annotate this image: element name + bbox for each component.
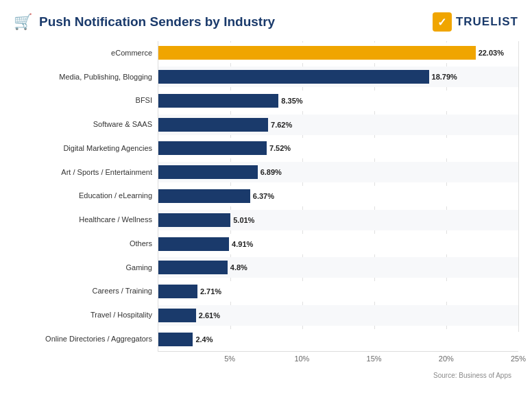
bar-value-label: 18.79% xyxy=(432,73,457,81)
bar-row: 4.8% xyxy=(158,257,518,278)
y-axis-label: Digital Marketing Agencies xyxy=(14,138,152,158)
bar-row: 6.89% xyxy=(158,162,518,182)
logo-area: ✓ TRUELIST xyxy=(433,12,518,32)
y-axis-label: Careers / Training xyxy=(14,281,152,302)
y-axis-label: Software & SAAS xyxy=(14,115,152,135)
x-axis-tick: 15% xyxy=(367,355,382,363)
bar xyxy=(158,309,196,322)
bar-value-label: 2.61% xyxy=(199,311,220,320)
bar-value-label: 4.91% xyxy=(232,240,253,248)
bar xyxy=(158,118,268,132)
bar-value-label: 6.37% xyxy=(253,192,274,200)
x-axis-tick: 25% xyxy=(511,355,526,363)
y-axis-label: Travel / Hospitality xyxy=(14,305,152,326)
bar-value-label: 4.8% xyxy=(230,263,247,272)
chart-title: Push Notification Senders by Industry xyxy=(39,14,275,29)
bar-row: 7.52% xyxy=(158,138,518,158)
bar-value-label: 2.4% xyxy=(195,335,213,344)
bar-row: 8.35% xyxy=(158,91,518,111)
bar xyxy=(158,237,229,251)
chart-header: 🛒 Push Notification Senders by Industry … xyxy=(14,12,518,32)
y-axis-label: Online Directories / Aggregators xyxy=(14,329,152,350)
y-axis-label: Gaming xyxy=(14,257,152,278)
source-text: Source: Business of Apps xyxy=(14,372,518,379)
x-axis-tick: 10% xyxy=(294,355,309,363)
bar-value-label: 7.52% xyxy=(269,144,291,152)
y-axis-label: eCommerce xyxy=(14,43,152,63)
bar-row: 2.4% xyxy=(158,329,518,350)
bar-row: 7.62% xyxy=(158,115,518,135)
y-axis-label: Media, Publishing, Blogging xyxy=(14,67,152,87)
bar-row: 18.79% xyxy=(158,67,518,87)
bar-row: 4.91% xyxy=(158,234,518,254)
bars-wrapper: 22.03%18.79%8.35%7.62%7.52%6.89%6.37%5.0… xyxy=(158,41,518,351)
chart-area: eCommerceMedia, Publishing, BloggingBFSI… xyxy=(14,41,518,370)
cart-icon: 🛒 xyxy=(14,13,32,31)
grid-line xyxy=(518,41,519,332)
bar-value-label: 7.62% xyxy=(271,121,292,129)
bar-row: 6.37% xyxy=(158,186,518,206)
bar-value-label: 2.71% xyxy=(200,287,221,296)
bar xyxy=(158,333,193,346)
bar-value-label: 8.35% xyxy=(281,97,302,105)
bar-value-label: 5.01% xyxy=(233,216,254,224)
bar xyxy=(158,213,230,227)
y-axis-label: Education / eLearning xyxy=(14,186,152,206)
bar xyxy=(158,94,278,108)
bar-row: 2.71% xyxy=(158,281,518,302)
page-container: 🛒 Push Notification Senders by Industry … xyxy=(0,0,532,408)
bar xyxy=(158,46,476,60)
bar xyxy=(158,189,250,203)
logo-check-icon: ✓ xyxy=(433,12,452,32)
bar-row: 22.03% xyxy=(158,43,518,63)
bar-value-label: 22.03% xyxy=(479,49,504,57)
x-axis-tick: 5% xyxy=(224,355,235,363)
bar xyxy=(158,285,197,298)
y-axis-label: BFSI xyxy=(14,91,152,111)
title-area: 🛒 Push Notification Senders by Industry xyxy=(14,13,275,31)
bar-value-label: 6.89% xyxy=(261,168,282,176)
bar xyxy=(158,70,429,84)
x-axis-tick: 20% xyxy=(439,355,454,363)
bar xyxy=(158,141,267,155)
y-axis-label: Healthcare / Wellness xyxy=(14,210,152,230)
y-axis-label: Art / Sports / Entertainment xyxy=(14,162,152,182)
logo-text: TRUELIST xyxy=(456,15,518,29)
y-axis-label: Others xyxy=(14,234,152,254)
x-axis: 5%10%15%20%25% xyxy=(158,351,518,370)
y-axis-labels: eCommerceMedia, Publishing, BloggingBFSI… xyxy=(14,41,158,370)
bar xyxy=(158,165,258,179)
bar-row: 5.01% xyxy=(158,210,518,230)
bars-section: 22.03%18.79%8.35%7.62%7.52%6.89%6.37%5.0… xyxy=(158,41,518,370)
bar xyxy=(158,261,228,274)
bar-row: 2.61% xyxy=(158,305,518,326)
